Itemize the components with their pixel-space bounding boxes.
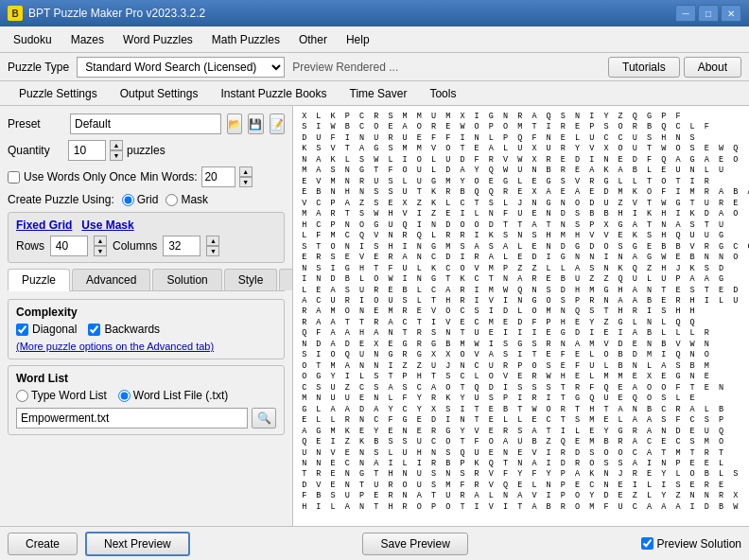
puzzle-preview: T X L K P C R S M M U M X I G N R A Q S … xyxy=(293,108,749,516)
tutorials-button[interactable]: Tutorials xyxy=(608,57,680,78)
complexity-note[interactable]: (More puzzle options on the Advanced tab… xyxy=(16,341,214,352)
create-button[interactable]: Create xyxy=(8,533,78,555)
rows-up-btn[interactable]: ▲ xyxy=(94,236,107,246)
mask-radio-label: Mask xyxy=(181,193,208,206)
sub-menu-time-saver[interactable]: Time Saver xyxy=(339,84,419,103)
minimize-btn[interactable]: ─ xyxy=(675,5,696,22)
file-word-list-label: Word List File (.txt) xyxy=(133,389,228,402)
quantity-up-btn[interactable]: ▲ xyxy=(110,140,123,150)
right-panel: T X L K P C R S M M U M X I G N R A Q S … xyxy=(293,106,749,526)
maximize-btn[interactable]: □ xyxy=(698,5,719,22)
tab-statistics[interactable]: Statistics xyxy=(279,269,293,290)
close-btn[interactable]: ✕ xyxy=(721,5,741,22)
search-file-btn[interactable]: 🔍 xyxy=(252,408,276,429)
sub-menu-output-settings[interactable]: Output Settings xyxy=(109,84,210,103)
menu-math-puzzles[interactable]: Math Puzzles xyxy=(202,29,289,50)
complexity-section: Complexity Diagonal Backwards (More puzz… xyxy=(8,299,285,359)
grid-radio-label: Grid xyxy=(137,193,159,206)
left-panel: Preset 📂 💾 📝 Quantity ▲ ▼ puzzles Use Wo… xyxy=(0,106,293,526)
grid-radio[interactable] xyxy=(122,194,134,206)
words-once-label: Use Words Only Once xyxy=(24,170,136,184)
create-puzzle-label: Create Puzzle Using: xyxy=(8,193,114,206)
quantity-input[interactable] xyxy=(68,140,106,161)
rows-label: Rows xyxy=(16,239,44,253)
save-preview-button[interactable]: Save Preview xyxy=(362,533,467,555)
type-word-list-label: Type Word List xyxy=(31,389,107,402)
word-list-title: Word List xyxy=(16,372,276,385)
preview-status-text: Preview Rendered ... xyxy=(292,61,398,74)
save-preset-btn[interactable]: 💾 xyxy=(248,114,263,134)
rows-input[interactable] xyxy=(50,236,88,256)
tab-puzzle[interactable]: Puzzle xyxy=(8,269,70,291)
cols-label: Columns xyxy=(113,239,157,253)
next-preview-button[interactable]: Next Preview xyxy=(85,532,190,556)
app-icon: B xyxy=(8,6,23,21)
cols-input[interactable] xyxy=(163,236,200,256)
use-mask-label[interactable]: Use Mask xyxy=(81,219,133,232)
preview-solution-label: Preview Solution xyxy=(657,537,741,551)
min-words-label: Min Words: xyxy=(140,170,197,184)
toolbar: Puzzle Type Standard Word Search (Licens… xyxy=(0,53,749,81)
sub-menu-instant-puzzle-books[interactable]: Instant Puzzle Books xyxy=(209,84,338,103)
min-words-input[interactable] xyxy=(201,166,235,187)
backwards-checkbox[interactable] xyxy=(88,324,100,336)
preset-label: Preset xyxy=(8,117,64,131)
cols-up-btn[interactable]: ▲ xyxy=(206,236,219,246)
title-bar: B BPT Puzzle Maker Pro v2023.3.2.2 ─ □ ✕ xyxy=(0,0,749,26)
open-preset-btn[interactable]: 📂 xyxy=(227,114,242,134)
quantity-down-btn[interactable]: ▼ xyxy=(110,150,123,161)
preset-input[interactable] xyxy=(70,114,221,134)
preview-solution-checkbox[interactable] xyxy=(641,537,653,550)
words-once-checkbox[interactable] xyxy=(8,171,20,184)
quantity-label: Quantity xyxy=(8,144,64,157)
sub-toolbar: Puzzle Settings Output Settings Instant … xyxy=(0,81,749,106)
tab-solution[interactable]: Solution xyxy=(152,269,221,290)
menu-word-puzzles[interactable]: Word Puzzles xyxy=(113,29,202,50)
tab-advanced[interactable]: Advanced xyxy=(72,269,150,290)
puzzle-type-label: Puzzle Type xyxy=(8,61,69,74)
complexity-title: Complexity xyxy=(16,306,276,319)
type-word-list-radio[interactable] xyxy=(16,390,28,402)
puzzle-type-select[interactable]: Standard Word Search (Licensed) xyxy=(77,57,285,78)
menu-sudoku[interactable]: Sudoku xyxy=(4,29,61,50)
menu-mazes[interactable]: Mazes xyxy=(61,29,113,50)
tab-content: Complexity Diagonal Backwards (More puzz… xyxy=(8,299,285,435)
min-words-down-btn[interactable]: ▼ xyxy=(239,177,253,187)
bottom-bar: Create Next Preview Save Preview Preview… xyxy=(0,526,749,560)
min-words-up-btn[interactable]: ▲ xyxy=(239,166,253,177)
diagonal-checkbox[interactable] xyxy=(16,324,28,336)
cols-down-btn[interactable]: ▼ xyxy=(206,246,219,256)
rows-down-btn[interactable]: ▼ xyxy=(94,246,107,256)
save-as-preset-btn[interactable]: 📝 xyxy=(270,114,285,134)
mask-radio[interactable] xyxy=(165,194,178,206)
app-title: BPT Puzzle Maker Pro v2023.3.2.2 xyxy=(28,7,205,20)
menu-bar: Sudoku Mazes Word Puzzles Math Puzzles O… xyxy=(0,26,749,53)
about-button[interactable]: About xyxy=(684,57,741,78)
fixed-grid-label[interactable]: Fixed Grid xyxy=(16,219,72,232)
file-word-list-radio[interactable] xyxy=(118,390,131,402)
diagonal-label: Diagonal xyxy=(32,323,77,336)
word-list-file-input[interactable] xyxy=(16,408,248,429)
sub-menu-tools[interactable]: Tools xyxy=(418,84,467,103)
quantity-suffix: puzzles xyxy=(127,144,165,157)
sub-menu-puzzle-settings[interactable]: Puzzle Settings xyxy=(8,84,109,103)
fixed-grid-section: Fixed Grid Use Mask Rows ▲ ▼ Columns ▲ ▼ xyxy=(8,212,285,263)
word-list-section: Word List Type Word List Word List File … xyxy=(8,365,285,435)
tab-style[interactable]: Style xyxy=(224,269,278,290)
menu-help[interactable]: Help xyxy=(337,29,379,50)
menu-other[interactable]: Other xyxy=(289,29,337,50)
backwards-label: Backwards xyxy=(104,323,160,336)
